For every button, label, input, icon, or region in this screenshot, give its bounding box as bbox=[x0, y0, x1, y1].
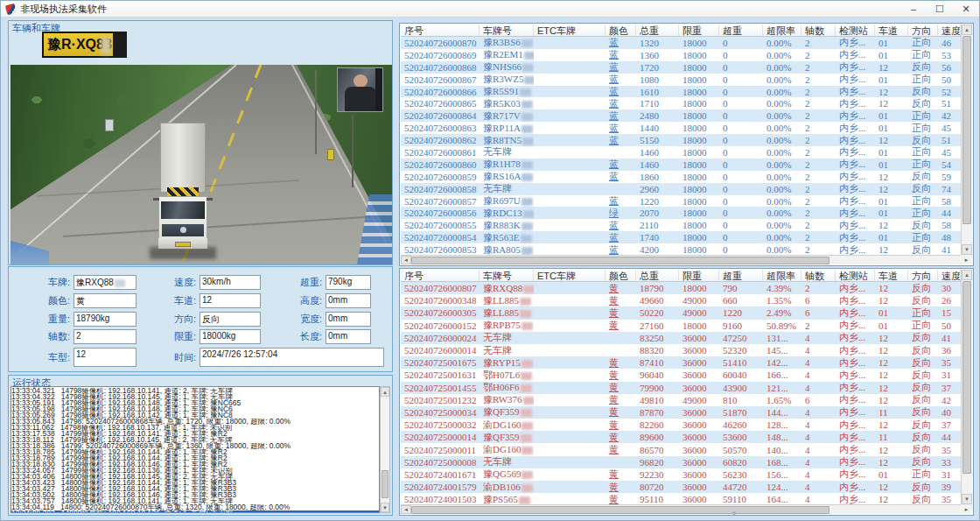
scroll-up-icon[interactable]: ▲ bbox=[962, 270, 972, 280]
minimize-button[interactable]: – bbox=[900, 1, 927, 17]
column-header[interactable]: 总重 bbox=[636, 25, 679, 36]
column-header[interactable]: ETC车牌 bbox=[534, 270, 606, 281]
column-header[interactable]: 车道 bbox=[875, 270, 908, 281]
column-header[interactable]: 颜色 bbox=[606, 25, 636, 36]
log-line[interactable]: 13:34:03.757 14800摄像机: 192.168.10.141, 通… bbox=[11, 498, 379, 504]
scroll-right-icon[interactable]: ► bbox=[961, 504, 972, 514]
scrollbar-thumb[interactable] bbox=[411, 257, 830, 264]
table-row[interactable]: 520240726000862豫R8TN5蓝51501800000.00%2内乡… bbox=[401, 134, 961, 146]
table-row[interactable]: 520240726000853豫RA805蓝42001800000.00%2内乡… bbox=[401, 243, 961, 255]
scroll-left-icon[interactable]: ◄ bbox=[401, 256, 411, 264]
maximize-button[interactable]: ☐ bbox=[927, 1, 953, 17]
table-row[interactable]: 520240726000152豫RPB75黄2716018000916050.8… bbox=[401, 320, 961, 332]
length-field[interactable]: 0mm bbox=[326, 329, 371, 344]
plate-field[interactable]: 豫RXQ88 bbox=[74, 275, 136, 290]
table-row[interactable]: 520240726000868豫NHS66蓝17201800000.00%2内乡… bbox=[401, 61, 961, 74]
column-header[interactable]: 速度 bbox=[938, 25, 961, 36]
title-bar[interactable]: 非现场执法采集软件 – ☐ ✕ bbox=[1, 1, 979, 18]
scrollbar-thumb[interactable] bbox=[411, 506, 830, 514]
column-header[interactable]: 速度 bbox=[938, 270, 961, 281]
column-header[interactable]: 车牌号 bbox=[480, 25, 534, 36]
table-row[interactable]: 520240726000024无车牌832503600047250131...4… bbox=[401, 332, 961, 344]
log-line[interactable]: 13:33:17.538 14799摄像机: 192.168.10.141, 通… bbox=[11, 431, 379, 437]
table-row[interactable]: 520240726000866豫R5S91蓝16101800000.00%2内乡… bbox=[401, 86, 961, 98]
table-row[interactable]: 520240726000869豫R2EM1蓝13601800000.00%2内乡… bbox=[401, 49, 961, 61]
log-line[interactable]: 13:34:03.423 14800摄像机: 192.168.10.144, 通… bbox=[11, 480, 379, 486]
log-line[interactable]: 13:33:11.062 14798摄像机: 192.168.10.137, 通… bbox=[11, 425, 379, 431]
column-header[interactable]: 颜色 bbox=[606, 270, 636, 281]
vertical-scrollbar[interactable]: ▲ ▼ bbox=[961, 25, 972, 255]
width-field[interactable]: 0mm bbox=[326, 312, 371, 327]
table-row[interactable]: 520240725000014豫QF359黄896003600053600148… bbox=[401, 431, 961, 443]
table-row[interactable]: 520240725000008无车牌968203600060820168...4… bbox=[401, 456, 961, 468]
table-row[interactable]: 520240726000854豫R563E蓝17401800000.00%2内乡… bbox=[401, 231, 961, 243]
column-header[interactable]: 车牌号 bbox=[480, 270, 534, 281]
table-row[interactable]: 520240726000305豫LL885黄502204900012202.49… bbox=[401, 306, 961, 319]
column-header[interactable]: 超重 bbox=[719, 270, 763, 281]
table-row[interactable]: 520240726000867豫R3WZ5蓝10801800000.00%2内乡… bbox=[401, 74, 961, 86]
log-list[interactable]: 13:33:04.321 14798摄像机: 192.168.10.141, 通… bbox=[10, 386, 380, 513]
log-line[interactable]: 13:33:18.386 14799: 520240726000869车辆, 总… bbox=[11, 443, 379, 449]
log-line[interactable]: 13:33:05.843 14798: 520240726000868车辆, 总… bbox=[11, 419, 379, 425]
table-row[interactable]: 520240725001675豫RYP15黄874103600051410142… bbox=[401, 356, 961, 369]
column-header[interactable]: 限重 bbox=[679, 25, 719, 36]
scrollbar-thumb[interactable] bbox=[962, 36, 971, 224]
column-header[interactable]: 方向 bbox=[908, 270, 938, 281]
lane-field[interactable]: 12 bbox=[200, 293, 261, 308]
weight-field[interactable]: 18790kg bbox=[74, 312, 136, 327]
table-row[interactable]: 520240726000807豫RXQ88黄18790180007904.39%… bbox=[401, 282, 961, 294]
table-row[interactable]: 520240726000858无车牌29601800000.00%2内乡...1… bbox=[401, 183, 961, 195]
log-line[interactable]: 13:33:04.321 14798摄像机: 192.168.10.141, 通… bbox=[11, 388, 379, 394]
column-header[interactable]: 超限率 bbox=[763, 25, 802, 36]
table-row[interactable]: 520240725001455鄂H06F6黄799003600043900121… bbox=[401, 382, 961, 394]
column-header[interactable]: 检测站 bbox=[836, 25, 875, 36]
horizontal-scrollbar[interactable]: ◄ bbox=[401, 255, 961, 264]
column-header[interactable]: 序号 bbox=[401, 25, 480, 36]
table-row[interactable]: 520240726000857豫R697U蓝12201800000.00%2内乡… bbox=[401, 195, 961, 208]
table-row[interactable]: 520240726000870豫R3BS6蓝13201800000.00%2内乡… bbox=[401, 37, 961, 49]
scroll-left-icon[interactable]: ◄ bbox=[401, 505, 411, 514]
time-field[interactable]: 2024/7/26 12:57:04 bbox=[200, 348, 384, 367]
scroll-up-icon[interactable]: ▲ bbox=[962, 25, 972, 35]
splitter-handle[interactable] bbox=[732, 511, 736, 515]
column-header[interactable]: 超重 bbox=[719, 25, 763, 36]
column-header[interactable]: 检测站 bbox=[836, 270, 875, 281]
log-line[interactable]: 13:34:03.427 14800摄像机: 192.168.10.144, 通… bbox=[11, 486, 379, 492]
table-row[interactable]: 520240726000860豫R1H78蓝14601800000.00%2内乡… bbox=[401, 158, 961, 171]
table-row[interactable]: 520240726000348豫LL885黄49660490006601.35%… bbox=[401, 294, 961, 306]
horizontal-scrollbar[interactable]: ◄ bbox=[401, 504, 961, 514]
log-line[interactable]: 13:33:18.785 14799摄像机: 192.168.10.144, 通… bbox=[11, 449, 379, 455]
log-line[interactable]: 13:34:04.119 14800: 520240726000870车辆, 总… bbox=[11, 504, 379, 510]
vehicle-type-field[interactable]: 12 bbox=[74, 348, 136, 367]
axles-field[interactable]: 2 bbox=[74, 329, 136, 344]
log-line[interactable]: 13:33:18.789 14799摄像机: 192.168.10.144, 通… bbox=[11, 455, 379, 461]
log-line[interactable]: 13:33:18.830 14799摄像机: 192.168.10.146, 通… bbox=[11, 461, 379, 468]
table-row[interactable]: 520240724001579渝DB106黄807203600044720124… bbox=[401, 481, 961, 493]
table-row[interactable]: 520240725000032渝DG160黄822603600046260128… bbox=[401, 419, 961, 431]
column-header[interactable]: 轴数 bbox=[802, 25, 836, 36]
table-row[interactable]: 520240725001232豫RW376黄49810490008101.65%… bbox=[401, 394, 961, 406]
column-header[interactable]: 序号 bbox=[401, 270, 480, 281]
table-row[interactable]: 520240726000856豫RDC13绿20701800000.00%2内乡… bbox=[401, 207, 961, 219]
table-row[interactable]: 520240726000863豫RP11A蓝14401800000.00%2内乡… bbox=[401, 122, 961, 134]
column-header[interactable]: 轴数 bbox=[802, 270, 836, 281]
scroll-down-icon[interactable]: ▼ bbox=[962, 244, 972, 255]
direction-field[interactable]: 反向 bbox=[200, 312, 261, 327]
table-row[interactable]: 520240725000011渝DG160黄865703600050570140… bbox=[401, 443, 961, 455]
weight-limit-field[interactable]: 18000kg bbox=[200, 329, 261, 344]
overweight-field[interactable]: 790kg bbox=[326, 275, 371, 290]
log-line[interactable]: 13:33:05.198 14798摄像机: 192.168.10.148, 通… bbox=[11, 406, 379, 412]
scrollbar-thumb[interactable] bbox=[962, 281, 971, 474]
table-row[interactable]: 520240725001631鄂H07L6黄960403600060040166… bbox=[401, 369, 961, 381]
scroll-right-icon[interactable]: ► bbox=[961, 255, 972, 264]
column-header[interactable]: 车道 bbox=[875, 25, 908, 36]
log-line[interactable]: 13:33:05.269 14798摄像机: 192.168.10.142, 通… bbox=[11, 412, 379, 419]
column-header[interactable]: 超限率 bbox=[763, 270, 802, 281]
table-row[interactable]: 520240726000861无车牌14601800000.00%2内乡...0… bbox=[401, 146, 961, 158]
vertical-scrollbar[interactable]: ▲ ▼ bbox=[961, 270, 972, 504]
scrollbar-thumb[interactable] bbox=[382, 470, 388, 498]
log-line[interactable]: 13:33:04.322 14798摄像机: 192.168.10.145, 通… bbox=[11, 394, 379, 400]
table-row[interactable]: 520240726000014无车牌883203600052320145...4… bbox=[401, 344, 961, 356]
log-line[interactable]: 13:34:03.502 14800摄像机: 192.168.10.146, 通… bbox=[11, 492, 379, 498]
log-line[interactable]: 13:33:18.112 14799摄像机: 192.168.10.145, 通… bbox=[11, 437, 379, 443]
